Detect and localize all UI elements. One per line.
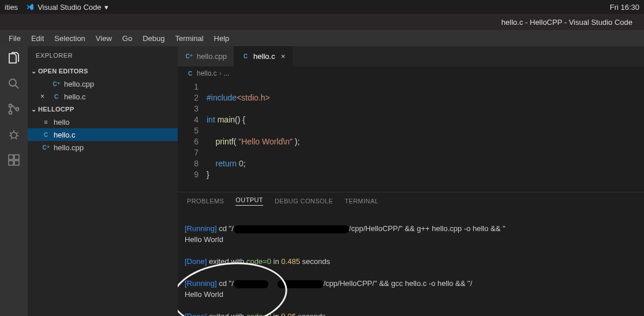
binary-file-icon: ≡ xyxy=(42,118,50,127)
svg-rect-7 xyxy=(9,161,13,165)
open-editors-label: OPEN EDITORS xyxy=(38,68,88,75)
svg-rect-5 xyxy=(9,155,13,159)
clock: Fri 16:30 xyxy=(610,3,639,12)
menu-file[interactable]: File xyxy=(3,33,26,44)
window-title: hello.c - HelloCPP - Visual Studio Code xyxy=(501,18,632,27)
tab-hello-cpp[interactable]: C⁺ hello.cpp xyxy=(178,46,234,66)
svg-rect-8 xyxy=(14,161,19,165)
activities-button[interactable]: ities xyxy=(5,3,18,12)
panel-tab-output[interactable]: OUTPUT xyxy=(235,196,263,206)
menu-view[interactable]: View xyxy=(91,33,117,44)
open-editors-header[interactable]: ⌄ OPEN EDITORS xyxy=(28,65,178,77)
open-editor-item[interactable]: × C hello.c xyxy=(28,90,178,103)
close-icon[interactable]: × xyxy=(40,92,48,101)
panel-tab-problems[interactable]: PROBLEMS xyxy=(187,198,224,205)
breadcrumb-rest: ... xyxy=(224,69,230,77)
svg-point-4 xyxy=(11,132,17,138)
cpp-file-icon: C⁺ xyxy=(42,143,50,152)
debug-icon[interactable] xyxy=(6,127,21,142)
dropdown-icon: ▾ xyxy=(104,3,108,12)
vscode-icon xyxy=(26,3,34,11)
redacted-path xyxy=(234,225,349,233)
workspace-item-label: hello.c xyxy=(54,131,76,139)
output-result: Hello World xyxy=(185,235,223,244)
cpp-file-icon: C⁺ xyxy=(52,80,61,88)
search-icon[interactable] xyxy=(6,76,21,91)
redacted-path xyxy=(234,280,268,288)
explorer-icon[interactable] xyxy=(6,51,21,66)
workspace-header[interactable]: ⌄ HELLOCPP xyxy=(28,103,178,116)
explorer-title: EXPLORER xyxy=(28,46,178,65)
cpp-file-icon: C⁺ xyxy=(185,52,193,61)
editor-zone: C⁺ hello.cpp C hello.c × C hello.c › ...… xyxy=(178,46,644,316)
tab-label: hello.cpp xyxy=(197,52,227,61)
menu-help[interactable]: Help xyxy=(209,33,235,44)
editor-tabs: C⁺ hello.cpp C hello.c × xyxy=(178,46,644,66)
tab-hello-c[interactable]: C hello.c × xyxy=(234,46,293,66)
chevron-down-icon: ⌄ xyxy=(30,106,38,113)
menu-bar: File Edit Selection View Go Debug Termin… xyxy=(0,30,644,46)
svg-point-0 xyxy=(9,79,16,86)
c-file-icon: C xyxy=(241,52,250,61)
close-icon[interactable]: × xyxy=(281,52,286,61)
c-file-icon: C xyxy=(42,131,50,139)
menu-terminal[interactable]: Terminal xyxy=(170,33,208,44)
gnome-topbar: ities Visual Studio Code ▾ Fri 16:30 xyxy=(0,0,644,14)
workspace-item[interactable]: C⁺ hello.cpp xyxy=(28,141,178,154)
breadcrumb-file: hello.c xyxy=(197,69,217,77)
tab-label: hello.c xyxy=(253,52,275,61)
svg-point-1 xyxy=(9,105,12,107)
code-content[interactable]: #include<stdio.h> int main() { printf( "… xyxy=(207,80,644,192)
bottom-panel: PROBLEMS OUTPUT DEBUG CONSOLE TERMINAL [… xyxy=(178,192,644,316)
extensions-icon[interactable] xyxy=(6,153,21,168)
output-done-tag: [Done] xyxy=(185,257,207,266)
menu-go[interactable]: Go xyxy=(117,33,137,44)
breadcrumb[interactable]: C hello.c › ... xyxy=(178,66,644,80)
workspace-item-label: hello xyxy=(54,118,69,127)
output-running-tag: [Running] xyxy=(185,279,217,288)
chevron-down-icon: ⌄ xyxy=(30,68,38,75)
svg-rect-6 xyxy=(14,155,19,159)
panel-tab-terminal[interactable]: TERMINAL xyxy=(345,198,379,205)
chevron-right-icon: › xyxy=(219,69,222,77)
menu-debug[interactable]: Debug xyxy=(137,33,170,44)
workspace-item[interactable]: ≡ hello xyxy=(28,116,178,128)
source-control-icon[interactable] xyxy=(6,102,21,117)
open-editor-label: hello.cpp xyxy=(64,80,94,88)
redacted-path xyxy=(278,280,324,288)
panel-tab-debug-console[interactable]: DEBUG CONSOLE xyxy=(275,198,333,205)
panel-tabs: PROBLEMS OUTPUT DEBUG CONSOLE TERMINAL xyxy=(178,192,644,210)
c-file-icon: C xyxy=(52,92,61,101)
code-editor[interactable]: 1 2 3 4 5 6 7 8 9 #include<stdio.h> int … xyxy=(178,80,644,192)
open-editor-item[interactable]: C⁺ hello.cpp xyxy=(28,77,178,90)
activity-bar xyxy=(0,46,28,316)
menu-edit[interactable]: Edit xyxy=(26,33,49,44)
workspace-label: HELLOCPP xyxy=(38,106,74,113)
line-gutter: 1 2 3 4 5 6 7 8 9 xyxy=(178,80,207,192)
workspace-item-label: hello.cpp xyxy=(54,143,84,152)
output-running-tag: [Running] xyxy=(185,224,217,233)
svg-point-2 xyxy=(9,111,12,114)
c-file-icon: C xyxy=(186,69,194,78)
menu-selection[interactable]: Selection xyxy=(49,33,90,44)
output-done-tag: [Done] xyxy=(185,312,207,316)
output-result: Hello World xyxy=(185,290,223,299)
app-menu[interactable]: Visual Studio Code ▾ xyxy=(26,3,108,12)
output-panel[interactable]: [Running] cd "//cpp/HelloCPP/" && g++ he… xyxy=(178,210,644,316)
workspace-item[interactable]: C hello.c xyxy=(28,128,178,141)
svg-point-3 xyxy=(16,108,19,111)
window-titlebar: hello.c - HelloCPP - Visual Studio Code xyxy=(0,14,644,30)
app-menu-label: Visual Studio Code xyxy=(38,3,101,12)
open-editor-label: hello.c xyxy=(64,92,86,101)
explorer-sidebar: EXPLORER ⌄ OPEN EDITORS C⁺ hello.cpp × C… xyxy=(28,46,178,316)
